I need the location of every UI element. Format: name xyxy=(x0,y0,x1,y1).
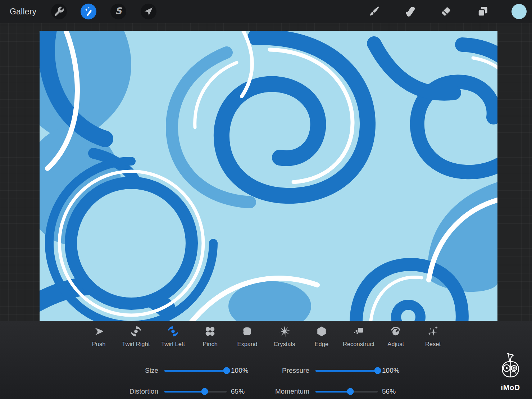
mode-label: Crystals xyxy=(274,341,295,348)
wrench-icon xyxy=(53,6,65,17)
gallery-button[interactable]: Gallery xyxy=(10,7,36,17)
momentum-slider-track[interactable] xyxy=(315,391,378,393)
liquify-mode-edge[interactable]: Edge xyxy=(303,325,340,348)
imod-watermark: iMoD xyxy=(495,353,526,392)
liquify-mode-twirl-right[interactable]: Twirl Right xyxy=(117,325,154,348)
slider-label: Momentum xyxy=(237,387,309,395)
reset-icon xyxy=(427,325,439,337)
canvas[interactable] xyxy=(40,31,497,321)
liquify-mode-reconstruct[interactable]: Reconstruct xyxy=(340,325,377,348)
push-icon xyxy=(93,325,105,337)
expand-icon xyxy=(241,325,253,337)
size-slider-track[interactable] xyxy=(164,370,227,372)
slider-value: 100% xyxy=(382,367,404,375)
slider-label: Pressure xyxy=(237,367,309,375)
adjustments-button[interactable] xyxy=(81,4,96,19)
transform-arrow-icon xyxy=(143,6,154,17)
crystals-icon xyxy=(278,325,291,337)
slider-fill xyxy=(164,391,205,393)
smudge-icon xyxy=(403,5,416,18)
twirl-left-icon xyxy=(167,325,179,337)
actions-button[interactable] xyxy=(51,4,67,19)
liquify-mode-twirl-left[interactable]: Twirl Left xyxy=(154,325,191,348)
liquify-mode-crystals[interactable]: Crystals xyxy=(266,325,303,348)
slider-knob[interactable] xyxy=(223,367,230,374)
eraser-tool-button[interactable] xyxy=(440,5,453,18)
liquify-mode-reset[interactable]: Reset xyxy=(414,325,451,348)
paintbrush-icon xyxy=(368,5,381,18)
momentum-slider: Momentum 56% xyxy=(237,387,404,395)
liquify-mode-row: Push Twirl Right xyxy=(80,325,451,348)
selection-s-icon: S xyxy=(113,6,124,17)
liquify-mode-adjust[interactable]: Adjust xyxy=(377,325,414,348)
mode-label: Twirl Left xyxy=(161,341,185,348)
eraser-icon xyxy=(440,5,453,18)
imod-watermark-text: iMoD xyxy=(495,383,526,392)
slider-knob[interactable] xyxy=(347,388,354,395)
reconstruct-icon xyxy=(353,325,365,337)
distortion-slider: Distortion 65% xyxy=(86,387,253,395)
twirl-right-icon xyxy=(130,325,142,337)
selection-button[interactable]: S xyxy=(110,4,126,19)
adjust-icon xyxy=(390,325,402,337)
mode-label: Push xyxy=(92,341,106,348)
slider-label: Distortion xyxy=(86,387,158,395)
edge-icon xyxy=(315,325,328,337)
brush-tool-button[interactable] xyxy=(368,5,381,18)
magic-wand-icon xyxy=(83,6,94,17)
slider-knob[interactable] xyxy=(201,388,208,395)
svg-text:S: S xyxy=(115,6,122,16)
mode-label: Twirl Right xyxy=(122,341,150,348)
layers-button[interactable] xyxy=(476,5,489,18)
layers-icon xyxy=(476,5,489,18)
mode-label: Adjust xyxy=(387,341,404,348)
mode-label: Reconstruct xyxy=(343,341,374,348)
liquify-mode-push[interactable]: Push xyxy=(80,325,117,348)
imod-owl-icon xyxy=(499,353,522,381)
procreate-app: Gallery S xyxy=(0,0,532,399)
pressure-slider: Pressure 100% xyxy=(237,367,404,375)
distortion-slider-track[interactable] xyxy=(164,391,227,393)
size-slider: Size 100% xyxy=(86,367,253,375)
liquify-panel: Push Twirl Right xyxy=(0,321,532,399)
liquify-mode-pinch[interactable]: Pinch xyxy=(192,325,229,348)
mode-label: Reset xyxy=(425,341,441,348)
slider-fill xyxy=(164,370,227,372)
mode-label: Pinch xyxy=(203,341,218,348)
slider-fill xyxy=(315,391,350,393)
mode-label: Expand xyxy=(237,341,257,348)
liquify-artwork xyxy=(40,31,497,321)
pinch-icon xyxy=(204,325,216,337)
liquify-mode-expand[interactable]: Expand xyxy=(229,325,266,348)
transform-button[interactable] xyxy=(141,4,156,19)
slider-label: Size xyxy=(86,367,158,375)
mode-label: Edge xyxy=(315,341,329,348)
pressure-slider-track[interactable] xyxy=(315,370,378,372)
slider-knob[interactable] xyxy=(374,367,381,374)
smudge-tool-button[interactable] xyxy=(403,5,416,18)
slider-fill xyxy=(315,370,378,372)
top-toolbar: Gallery S xyxy=(0,0,532,23)
color-swatch[interactable] xyxy=(511,4,527,19)
slider-value: 56% xyxy=(382,387,404,395)
